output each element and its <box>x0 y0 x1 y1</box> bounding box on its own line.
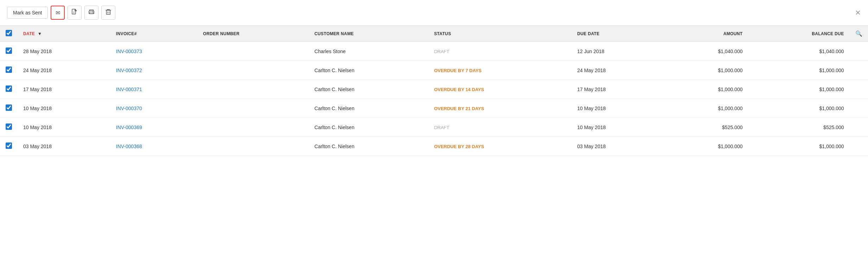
row-amount: $1,000.000 <box>664 80 748 99</box>
invoice-link[interactable]: INV-000372 <box>116 68 142 73</box>
header-customer-name: CUSTOMER NAME <box>309 26 428 42</box>
row-invoice[interactable]: INV-000372 <box>110 61 197 80</box>
row-checkbox[interactable] <box>6 142 12 149</box>
header-balance-due: BALANCE DUE <box>748 26 849 42</box>
row-search-cell <box>850 61 868 80</box>
row-status: OVERDUE BY 28 DAYS <box>428 137 572 156</box>
row-balance-due: $1,000.000 <box>748 137 849 156</box>
email-icon-button[interactable]: ✉ <box>51 6 65 20</box>
row-invoice[interactable]: INV-000371 <box>110 80 197 99</box>
delete-icon-button[interactable] <box>101 6 115 20</box>
close-button[interactable]: ✕ <box>855 9 861 16</box>
header-date[interactable]: DATE ▼ <box>18 26 110 42</box>
row-amount: $1,000.000 <box>664 137 748 156</box>
row-search-cell <box>850 99 868 118</box>
row-customer-name: Charles Stone <box>309 42 428 61</box>
row-balance-due: $1,000.000 <box>748 80 849 99</box>
row-checkbox[interactable] <box>6 124 12 130</box>
main-container: Mark as Sent ✉ <box>0 0 868 266</box>
print-icon-button[interactable] <box>84 6 98 20</box>
row-invoice[interactable]: INV-000373 <box>110 42 197 61</box>
row-date: 03 May 2018 <box>18 137 110 156</box>
row-balance-due: $1,000.000 <box>748 61 849 80</box>
row-order-number <box>197 137 309 156</box>
svg-rect-4 <box>107 10 110 14</box>
row-amount: $1,040.000 <box>664 42 748 61</box>
svg-point-3 <box>92 12 93 12</box>
row-status: OVERDUE BY 7 DAYS <box>428 61 572 80</box>
row-due-date: 03 May 2018 <box>572 137 664 156</box>
trash-icon <box>106 9 111 17</box>
status-badge: DRAFT <box>434 49 449 54</box>
row-checkbox[interactable] <box>6 48 12 54</box>
invoice-link[interactable]: INV-000369 <box>116 125 142 130</box>
table-header: DATE ▼ INVOICE# ORDER NUMBER CUSTOMER NA… <box>0 26 868 42</box>
table-body: 28 May 2018INV-000373Charles StoneDRAFT1… <box>0 42 868 156</box>
row-checkbox-cell <box>0 61 18 80</box>
row-balance-due: $1,000.000 <box>748 99 849 118</box>
select-all-checkbox[interactable] <box>6 30 12 36</box>
row-date: 10 May 2018 <box>18 118 110 137</box>
table-row: 24 May 2018INV-000372Carlton C. NielsenO… <box>0 61 868 80</box>
row-customer-name: Carlton C. Nielsen <box>309 118 428 137</box>
header-search[interactable]: 🔍 <box>850 26 868 42</box>
row-search-cell <box>850 118 868 137</box>
table-row: 10 May 2018INV-000370Carlton C. NielsenO… <box>0 99 868 118</box>
status-badge: OVERDUE BY 28 DAYS <box>434 144 484 149</box>
invoice-link[interactable]: INV-000368 <box>116 144 142 149</box>
header-status: STATUS <box>428 26 572 42</box>
row-amount: $1,000.000 <box>664 99 748 118</box>
email-icon: ✉ <box>56 10 60 16</box>
svg-rect-2 <box>90 12 93 14</box>
mark-as-sent-button[interactable]: Mark as Sent <box>7 7 48 19</box>
row-order-number <box>197 61 309 80</box>
row-order-number <box>197 99 309 118</box>
row-status: OVERDUE BY 21 DAYS <box>428 99 572 118</box>
row-date: 28 May 2018 <box>18 42 110 61</box>
row-status: DRAFT <box>428 118 572 137</box>
row-order-number <box>197 80 309 99</box>
header-checkbox-cell <box>0 26 18 42</box>
row-customer-name: Carlton C. Nielsen <box>309 99 428 118</box>
invoice-link[interactable]: INV-000370 <box>116 106 142 111</box>
row-status: OVERDUE BY 14 DAYS <box>428 80 572 99</box>
header-amount: AMOUNT <box>664 26 748 42</box>
row-customer-name: Carlton C. Nielsen <box>309 80 428 99</box>
row-due-date: 17 May 2018 <box>572 80 664 99</box>
invoice-table: DATE ▼ INVOICE# ORDER NUMBER CUSTOMER NA… <box>0 26 868 156</box>
row-invoice[interactable]: INV-000368 <box>110 137 197 156</box>
row-invoice[interactable]: INV-000370 <box>110 99 197 118</box>
status-badge: DRAFT <box>434 125 449 130</box>
header-order-number: ORDER NUMBER <box>197 26 309 42</box>
row-checkbox-cell <box>0 99 18 118</box>
table-row: 28 May 2018INV-000373Charles StoneDRAFT1… <box>0 42 868 61</box>
row-due-date: 10 May 2018 <box>572 118 664 137</box>
row-order-number <box>197 42 309 61</box>
sort-arrow-icon: ▼ <box>38 31 42 36</box>
row-checkbox-cell <box>0 42 18 61</box>
header-due-date: DUE DATE <box>572 26 664 42</box>
table-row: 17 May 2018INV-000371Carlton C. NielsenO… <box>0 80 868 99</box>
row-order-number <box>197 118 309 137</box>
status-badge: OVERDUE BY 7 DAYS <box>434 68 481 73</box>
row-search-cell <box>850 137 868 156</box>
row-invoice[interactable]: INV-000369 <box>110 118 197 137</box>
pdf-icon-button[interactable] <box>68 6 82 20</box>
row-checkbox[interactable] <box>6 66 12 73</box>
invoice-link[interactable]: INV-000371 <box>116 87 142 92</box>
row-customer-name: Carlton C. Nielsen <box>309 137 428 156</box>
row-due-date: 12 Jun 2018 <box>572 42 664 61</box>
invoice-link[interactable]: INV-000373 <box>116 49 142 54</box>
search-icon: 🔍 <box>855 31 862 37</box>
row-checkbox[interactable] <box>6 104 12 111</box>
status-badge: OVERDUE BY 21 DAYS <box>434 106 484 111</box>
row-checkbox-cell <box>0 118 18 137</box>
row-amount: $1,000.000 <box>664 61 748 80</box>
pdf-icon <box>72 9 77 17</box>
row-checkbox[interactable] <box>6 86 12 92</box>
toolbar: Mark as Sent ✉ <box>0 0 868 26</box>
row-checkbox-cell <box>0 80 18 99</box>
row-status: DRAFT <box>428 42 572 61</box>
row-customer-name: Carlton C. Nielsen <box>309 61 428 80</box>
row-due-date: 10 May 2018 <box>572 99 664 118</box>
